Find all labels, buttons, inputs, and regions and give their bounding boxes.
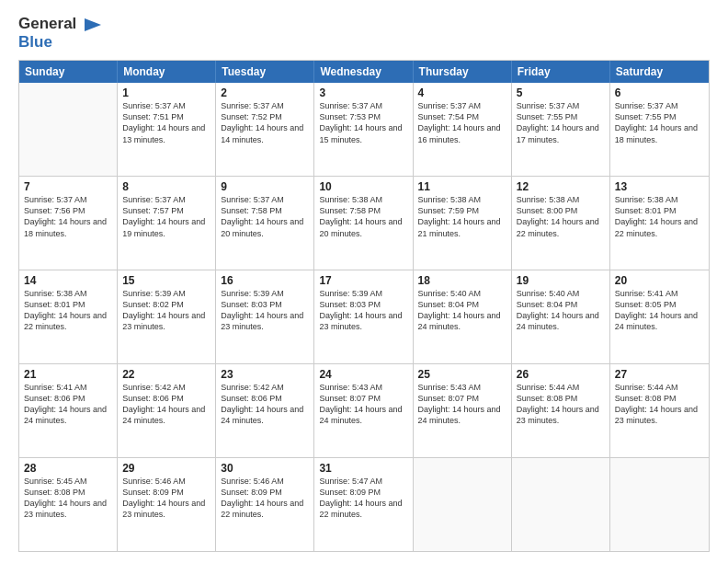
- calendar-cell: 23Sunrise: 5:42 AMSunset: 8:06 PMDayligh…: [216, 364, 314, 457]
- day-number: 29: [122, 462, 210, 475]
- day-number: 22: [122, 368, 210, 381]
- calendar: SundayMondayTuesdayWednesdayThursdayFrid…: [18, 60, 710, 552]
- day-number: 7: [24, 180, 112, 193]
- calendar-header-sunday: Sunday: [19, 61, 118, 83]
- day-info: Sunrise: 5:37 AMSunset: 7:52 PMDaylight:…: [221, 100, 309, 145]
- day-info: Sunrise: 5:43 AMSunset: 8:07 PMDaylight:…: [418, 382, 506, 427]
- logo-text: General Blue: [18, 15, 103, 51]
- day-number: 8: [122, 180, 210, 193]
- day-info: Sunrise: 5:42 AMSunset: 8:06 PMDaylight:…: [122, 382, 210, 427]
- calendar-cell: 19Sunrise: 5:40 AMSunset: 8:04 PMDayligh…: [512, 270, 610, 363]
- calendar-cell: 20Sunrise: 5:41 AMSunset: 8:05 PMDayligh…: [610, 270, 709, 363]
- calendar-cell: 2Sunrise: 5:37 AMSunset: 7:52 PMDaylight…: [216, 83, 314, 176]
- calendar-cell: 8Sunrise: 5:37 AMSunset: 7:57 PMDaylight…: [118, 177, 216, 270]
- page: General Blue SundayMondayTuesdayWednesda…: [0, 0, 728, 563]
- calendar-row-2: 14Sunrise: 5:38 AMSunset: 8:01 PMDayligh…: [19, 270, 709, 364]
- day-info: Sunrise: 5:46 AMSunset: 8:09 PMDaylight:…: [122, 476, 210, 521]
- calendar-cell: [512, 458, 610, 551]
- day-number: 26: [517, 368, 605, 381]
- day-number: 15: [122, 274, 210, 287]
- day-info: Sunrise: 5:37 AMSunset: 7:56 PMDaylight:…: [24, 194, 112, 239]
- day-number: 3: [319, 86, 407, 99]
- day-info: Sunrise: 5:37 AMSunset: 7:55 PMDaylight:…: [517, 100, 605, 145]
- day-info: Sunrise: 5:37 AMSunset: 7:53 PMDaylight:…: [319, 100, 407, 145]
- calendar-row-3: 21Sunrise: 5:41 AMSunset: 8:06 PMDayligh…: [19, 364, 709, 458]
- calendar-cell: [19, 83, 118, 176]
- svg-marker-0: [85, 18, 101, 31]
- day-number: 4: [418, 86, 506, 99]
- logo: General Blue: [18, 15, 103, 51]
- day-number: 21: [24, 368, 112, 381]
- day-number: 16: [221, 274, 309, 287]
- day-info: Sunrise: 5:37 AMSunset: 7:54 PMDaylight:…: [418, 100, 506, 145]
- calendar-cell: 31Sunrise: 5:47 AMSunset: 8:09 PMDayligh…: [314, 458, 413, 551]
- day-info: Sunrise: 5:39 AMSunset: 8:03 PMDaylight:…: [319, 288, 407, 333]
- day-info: Sunrise: 5:38 AMSunset: 7:59 PMDaylight:…: [418, 194, 506, 239]
- calendar-header-thursday: Thursday: [414, 61, 512, 83]
- day-number: 20: [615, 274, 704, 287]
- calendar-cell: 22Sunrise: 5:42 AMSunset: 8:06 PMDayligh…: [118, 364, 216, 457]
- calendar-cell: 16Sunrise: 5:39 AMSunset: 8:03 PMDayligh…: [216, 270, 314, 363]
- calendar-cell: [610, 458, 709, 551]
- day-info: Sunrise: 5:47 AMSunset: 8:09 PMDaylight:…: [319, 476, 407, 521]
- calendar-cell: 14Sunrise: 5:38 AMSunset: 8:01 PMDayligh…: [19, 270, 118, 363]
- day-number: 19: [517, 274, 605, 287]
- day-number: 30: [221, 462, 309, 475]
- day-info: Sunrise: 5:37 AMSunset: 7:58 PMDaylight:…: [221, 194, 309, 239]
- day-info: Sunrise: 5:38 AMSunset: 8:01 PMDaylight:…: [24, 288, 112, 333]
- day-number: 9: [221, 180, 309, 193]
- day-info: Sunrise: 5:39 AMSunset: 8:02 PMDaylight:…: [122, 288, 210, 333]
- calendar-header-saturday: Saturday: [610, 61, 709, 83]
- day-number: 24: [319, 368, 407, 381]
- logo-general: General: [18, 15, 76, 32]
- day-info: Sunrise: 5:43 AMSunset: 8:07 PMDaylight:…: [319, 382, 407, 427]
- day-info: Sunrise: 5:45 AMSunset: 8:08 PMDaylight:…: [24, 476, 112, 521]
- day-number: 18: [418, 274, 506, 287]
- day-number: 5: [517, 86, 605, 99]
- calendar-row-0: 1Sunrise: 5:37 AMSunset: 7:51 PMDaylight…: [19, 83, 709, 177]
- day-number: 23: [221, 368, 309, 381]
- header: General Blue: [18, 15, 710, 51]
- calendar-cell: 6Sunrise: 5:37 AMSunset: 7:55 PMDaylight…: [610, 83, 709, 176]
- day-number: 14: [24, 274, 112, 287]
- day-number: 28: [24, 462, 112, 475]
- day-number: 12: [517, 180, 605, 193]
- calendar-header-friday: Friday: [512, 61, 610, 83]
- calendar-cell: 13Sunrise: 5:38 AMSunset: 8:01 PMDayligh…: [610, 177, 709, 270]
- day-number: 2: [221, 86, 309, 99]
- logo-blue: Blue: [18, 33, 103, 52]
- calendar-cell: 18Sunrise: 5:40 AMSunset: 8:04 PMDayligh…: [414, 270, 512, 363]
- day-info: Sunrise: 5:37 AMSunset: 7:57 PMDaylight:…: [122, 194, 210, 239]
- day-number: 10: [319, 180, 407, 193]
- calendar-cell: 28Sunrise: 5:45 AMSunset: 8:08 PMDayligh…: [19, 458, 118, 551]
- calendar-cell: 26Sunrise: 5:44 AMSunset: 8:08 PMDayligh…: [512, 364, 610, 457]
- day-info: Sunrise: 5:37 AMSunset: 7:55 PMDaylight:…: [615, 100, 704, 145]
- calendar-cell: 4Sunrise: 5:37 AMSunset: 7:54 PMDaylight…: [414, 83, 512, 176]
- calendar-body: 1Sunrise: 5:37 AMSunset: 7:51 PMDaylight…: [19, 83, 709, 551]
- day-number: 11: [418, 180, 506, 193]
- calendar-cell: 3Sunrise: 5:37 AMSunset: 7:53 PMDaylight…: [314, 83, 413, 176]
- day-info: Sunrise: 5:37 AMSunset: 7:51 PMDaylight:…: [122, 100, 210, 145]
- day-info: Sunrise: 5:38 AMSunset: 8:00 PMDaylight:…: [517, 194, 605, 239]
- day-info: Sunrise: 5:39 AMSunset: 8:03 PMDaylight:…: [221, 288, 309, 333]
- calendar-row-1: 7Sunrise: 5:37 AMSunset: 7:56 PMDaylight…: [19, 177, 709, 270]
- calendar-cell: 17Sunrise: 5:39 AMSunset: 8:03 PMDayligh…: [314, 270, 413, 363]
- day-info: Sunrise: 5:44 AMSunset: 8:08 PMDaylight:…: [615, 382, 704, 427]
- calendar-cell: 25Sunrise: 5:43 AMSunset: 8:07 PMDayligh…: [414, 364, 512, 457]
- calendar-row-4: 28Sunrise: 5:45 AMSunset: 8:08 PMDayligh…: [19, 458, 709, 551]
- calendar-cell: 21Sunrise: 5:41 AMSunset: 8:06 PMDayligh…: [19, 364, 118, 457]
- calendar-cell: 1Sunrise: 5:37 AMSunset: 7:51 PMDaylight…: [118, 83, 216, 176]
- calendar-cell: [414, 458, 512, 551]
- day-number: 13: [615, 180, 704, 193]
- day-info: Sunrise: 5:38 AMSunset: 8:01 PMDaylight:…: [615, 194, 704, 239]
- day-info: Sunrise: 5:40 AMSunset: 8:04 PMDaylight:…: [517, 288, 605, 333]
- day-info: Sunrise: 5:42 AMSunset: 8:06 PMDaylight:…: [221, 382, 309, 427]
- calendar-cell: 29Sunrise: 5:46 AMSunset: 8:09 PMDayligh…: [118, 458, 216, 551]
- day-number: 6: [615, 86, 704, 99]
- day-number: 1: [122, 86, 210, 99]
- calendar-cell: 12Sunrise: 5:38 AMSunset: 8:00 PMDayligh…: [512, 177, 610, 270]
- calendar-cell: 27Sunrise: 5:44 AMSunset: 8:08 PMDayligh…: [610, 364, 709, 457]
- calendar-header-wednesday: Wednesday: [314, 61, 413, 83]
- calendar-cell: 30Sunrise: 5:46 AMSunset: 8:09 PMDayligh…: [216, 458, 314, 551]
- day-info: Sunrise: 5:40 AMSunset: 8:04 PMDaylight:…: [418, 288, 506, 333]
